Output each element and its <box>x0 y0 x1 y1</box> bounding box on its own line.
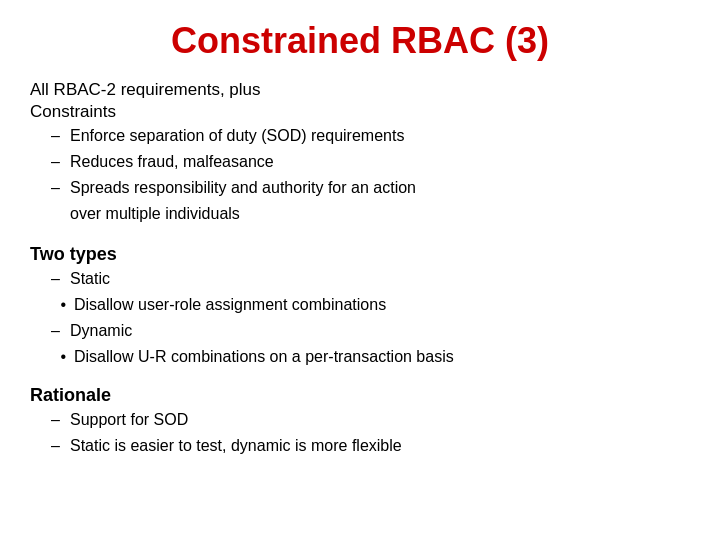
dash-icon: – <box>30 434 70 458</box>
requirements-section: All RBAC-2 requirements, plus Constraint… <box>30 80 690 230</box>
list-item: – Enforce separation of duty (SOD) requi… <box>30 124 690 148</box>
two-types-bullets: – Static • Disallow user-role assignment… <box>30 267 690 369</box>
requirements-bullets: – Enforce separation of duty (SOD) requi… <box>30 124 690 200</box>
bullet-text: Enforce separation of duty (SOD) require… <box>70 124 690 148</box>
requirements-heading-line2: Constraints <box>30 102 690 122</box>
two-types-section: Two types – Static • Disallow user-role … <box>30 240 690 371</box>
list-item: – Spreads responsibility and authority f… <box>30 176 690 200</box>
dash-icon: – <box>30 319 70 343</box>
rationale-section: Rationale – Support for SOD – Static is … <box>30 381 690 460</box>
slide-title: Constrained RBAC (3) <box>30 20 690 62</box>
list-item: – Dynamic • Disallow U-R combinations on… <box>30 319 690 369</box>
two-types-heading: Two types <box>30 244 690 265</box>
sub-bullet-text: Disallow user-role assignment combinatio… <box>74 293 386 317</box>
rationale-heading: Rationale <box>30 385 690 406</box>
list-item: – Reduces fraud, malfeasance <box>30 150 690 174</box>
dash-icon: – <box>30 176 70 200</box>
bullet-text: Static <box>70 267 690 291</box>
rationale-bullets: – Support for SOD – Static is easier to … <box>30 408 690 458</box>
dash-icon: – <box>30 408 70 432</box>
dash-icon: – <box>30 267 70 291</box>
bullet-text: Spreads responsibility and authority for… <box>70 176 690 200</box>
slide: Constrained RBAC (3) All RBAC-2 requirem… <box>0 0 720 540</box>
bullet-text: Reduces fraud, malfeasance <box>70 150 690 174</box>
bullet-text: Dynamic <box>70 319 690 343</box>
dash-icon: – <box>30 124 70 148</box>
sub-dot-icon: • <box>50 293 74 317</box>
continuation-text: over multiple individuals <box>70 202 690 226</box>
bullet-text: Static is easier to test, dynamic is mor… <box>70 434 690 458</box>
bullet-text: Support for SOD <box>70 408 690 432</box>
list-item: – Static • Disallow user-role assignment… <box>30 267 690 317</box>
sub-bullet-dynamic: • Disallow U-R combinations on a per-tra… <box>50 345 690 369</box>
sub-dot-icon: • <box>50 345 74 369</box>
sub-bullet-static: • Disallow user-role assignment combinat… <box>50 293 690 317</box>
dash-icon: – <box>30 150 70 174</box>
list-item: – Support for SOD <box>30 408 690 432</box>
list-item: – Static is easier to test, dynamic is m… <box>30 434 690 458</box>
requirements-heading-line1: All RBAC-2 requirements, plus <box>30 80 690 100</box>
sub-bullet-text: Disallow U-R combinations on a per-trans… <box>74 345 454 369</box>
